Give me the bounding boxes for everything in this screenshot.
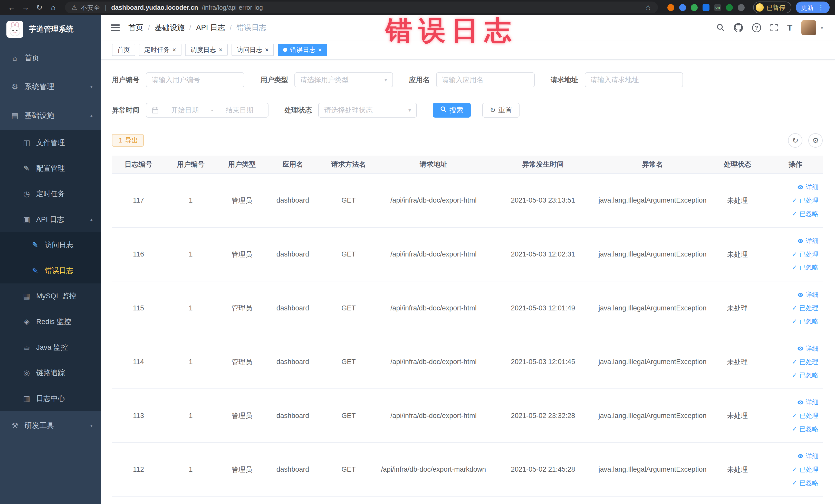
sidebar-item-error-log[interactable]: ✎错误日志: [0, 258, 101, 283]
ignored-link[interactable]: ✓已忽略: [768, 422, 819, 436]
detail-link[interactable]: 详细: [768, 235, 819, 248]
sidebar-item-access-log[interactable]: ✎访问日志: [0, 232, 101, 258]
search-button[interactable]: 搜索: [433, 103, 470, 118]
sidebar-item-api-log[interactable]: ▣API 日志▴: [0, 207, 101, 233]
github-icon[interactable]: [734, 23, 743, 32]
user-type-select[interactable]: 请选择用户类型▾: [294, 73, 393, 87]
cell-url: /api/infra/db-doc/export-markdown: [379, 443, 488, 497]
detail-link[interactable]: 详细: [768, 181, 819, 194]
extension-blue-icon[interactable]: [679, 4, 686, 11]
tab-home[interactable]: 首页: [112, 44, 135, 56]
close-icon[interactable]: ×: [172, 47, 176, 53]
processed-link[interactable]: ✓已处理: [768, 355, 819, 369]
column-header: 处理状态: [707, 156, 768, 174]
reset-button[interactable]: ↻重置: [482, 103, 520, 118]
sidebar-item-job[interactable]: ◷定时任务: [0, 181, 101, 207]
collapse-sidebar-icon[interactable]: [111, 24, 120, 31]
back-icon[interactable]: ←: [5, 1, 18, 14]
refresh-button[interactable]: ↻: [788, 133, 802, 148]
ignored-link[interactable]: ✓已忽略: [768, 315, 819, 328]
extension-leaf-icon[interactable]: [726, 4, 733, 11]
avatar[interactable]: [801, 20, 816, 35]
profile-paused-badge[interactable]: 已暂停: [753, 2, 791, 13]
export-button[interactable]: ↥ 导出: [112, 134, 144, 147]
sidebar-item-mysql[interactable]: ▦MySQL 监控: [0, 283, 101, 309]
detail-link[interactable]: 详细: [768, 342, 819, 355]
user-id-input-field[interactable]: [152, 76, 239, 84]
browser-home-icon[interactable]: ⌂: [47, 1, 60, 14]
tab-job[interactable]: 定时任务×: [139, 44, 182, 56]
app-name-input[interactable]: [436, 73, 535, 87]
address-bar[interactable]: ⚠ 不安全 | dashboard.yudao.iocoder.cn/infra…: [65, 2, 658, 13]
update-button[interactable]: 更新 ⋮: [796, 2, 830, 13]
cell-url: /api/infra/db-doc/export-html: [379, 281, 488, 335]
extension-paw-icon[interactable]: [738, 4, 745, 11]
breadcrumb-item[interactable]: 首页: [128, 23, 143, 33]
sidebar-item-log-center[interactable]: ▥日志中心: [0, 386, 101, 411]
detail-link[interactable]: 详细: [768, 288, 819, 301]
reload-icon[interactable]: ↻: [33, 1, 46, 14]
request-url-input-field[interactable]: [590, 76, 677, 84]
sidebar-item-home[interactable]: ⌂首页: [0, 44, 101, 73]
breadcrumb-item[interactable]: 基础设施: [155, 23, 185, 33]
close-icon[interactable]: ×: [265, 47, 269, 53]
ignored-link[interactable]: ✓已忽略: [768, 476, 819, 490]
ignored-link[interactable]: ✓已忽略: [768, 261, 819, 274]
table-row: 1121管理员dashboardGET/api/infra/db-doc/exp…: [112, 443, 823, 497]
processed-link[interactable]: ✓已处理: [768, 301, 819, 315]
paused-label: 已暂停: [767, 3, 786, 12]
edit-square-icon: ✎: [31, 241, 39, 249]
bookmark-star-icon[interactable]: ☆: [645, 3, 651, 12]
processed-link[interactable]: ✓已处理: [768, 248, 819, 261]
exception-time-range[interactable]: 开始日期-结束日期: [146, 103, 268, 118]
app-logo[interactable]: 芋道管理系统: [0, 15, 101, 44]
reset-icon: ↻: [490, 106, 496, 114]
breadcrumb-item[interactable]: 错误日志: [237, 23, 266, 33]
upload-icon: ↥: [118, 137, 123, 144]
sidebar-item-file[interactable]: ◫文件管理: [0, 130, 101, 156]
user-id-input[interactable]: [146, 73, 244, 87]
forward-icon[interactable]: →: [19, 1, 32, 14]
sidebar: 芋道管理系统 ⌂首页⚙系统管理▾▤基础设施▴◫文件管理✎配置管理◷定时任务▣AP…: [0, 15, 101, 504]
process-status-select[interactable]: 请选择处理状态▾: [318, 103, 417, 118]
sidebar-item-redis[interactable]: ◈Redis 监控: [0, 309, 101, 335]
cell-exception: java.lang.IllegalArgumentException: [598, 227, 707, 281]
sidebar-item-system[interactable]: ⚙系统管理▾: [0, 73, 101, 101]
sidebar-item-trace[interactable]: ◎链路追踪: [0, 360, 101, 386]
detail-link[interactable]: 详细: [768, 449, 819, 463]
sidebar-item-config[interactable]: ✎配置管理: [0, 156, 101, 181]
action-label: 详细: [806, 342, 819, 355]
sidebar-item-java[interactable]: ☕Java 监控: [0, 335, 101, 360]
cell-user-id: 1: [165, 443, 216, 497]
column-settings-button[interactable]: ⚙: [808, 133, 823, 148]
app-name-input-field[interactable]: [442, 76, 529, 84]
detail-link[interactable]: 详细: [768, 396, 819, 409]
extension-green-icon[interactable]: [691, 4, 698, 11]
extension-on-badge-icon[interactable]: on: [714, 4, 721, 11]
sidebar-item-devtools[interactable]: ⚒研发工具▾: [0, 411, 101, 440]
font-size-icon[interactable]: T: [787, 23, 792, 33]
help-icon[interactable]: ?: [752, 23, 761, 32]
close-icon[interactable]: ×: [318, 47, 322, 53]
breadcrumb-item[interactable]: API 日志: [196, 23, 225, 33]
close-icon[interactable]: ×: [219, 47, 223, 53]
tab-access-log[interactable]: 访问日志×: [231, 44, 274, 56]
chevron-down-icon[interactable]: ▾: [821, 25, 823, 31]
request-url-input[interactable]: [585, 73, 683, 87]
browser-menu-icon[interactable]: ⋮: [817, 3, 824, 12]
processed-link[interactable]: ✓已处理: [768, 463, 819, 476]
tab-job-log[interactable]: 调度日志×: [185, 44, 228, 56]
extension-grid-icon[interactable]: [702, 4, 710, 11]
processed-link[interactable]: ✓已处理: [768, 409, 819, 422]
tab-error-log[interactable]: 错误日志×: [278, 44, 327, 56]
ignored-link[interactable]: ✓已忽略: [768, 207, 819, 221]
processed-link[interactable]: ✓已处理: [768, 194, 819, 207]
cell-user-id: 1: [165, 174, 216, 227]
ignored-link[interactable]: ✓已忽略: [768, 369, 819, 382]
sidebar-item-label: 访问日志: [45, 240, 74, 250]
search-icon[interactable]: [716, 23, 725, 32]
extension-orange-icon[interactable]: [667, 4, 674, 11]
sidebar-item-infra[interactable]: ▤基础设施▴: [0, 101, 101, 130]
active-dot-icon: [283, 48, 287, 52]
fullscreen-icon[interactable]: [770, 24, 778, 32]
